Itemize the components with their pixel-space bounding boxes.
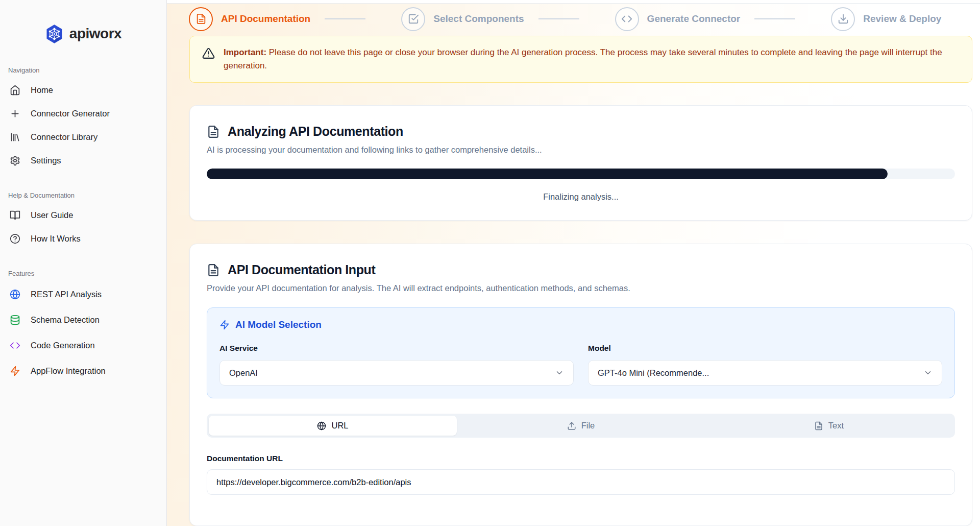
- gear-icon: [9, 155, 20, 166]
- top-strip: [167, 0, 980, 4]
- progress-fill: [207, 169, 888, 179]
- progress-bar: [207, 169, 955, 179]
- step-api-documentation[interactable]: API Documentation: [189, 7, 310, 31]
- sidebar-item-home[interactable]: Home: [0, 78, 166, 102]
- chevron-down-icon: [923, 368, 933, 377]
- progress-status: Finalizing analysis...: [207, 192, 955, 202]
- sidebar-item-connector-generator[interactable]: Connector Generator: [0, 102, 166, 125]
- tab-label: Text: [828, 421, 844, 431]
- zap-icon: [9, 365, 20, 376]
- ai-model-selection-panel: AI Model Selection AI Service OpenAI M: [207, 307, 955, 398]
- book-open-icon: [9, 209, 20, 221]
- help-section: Help & Documentation User Guide How It W…: [0, 192, 166, 250]
- step-connector-line: [538, 18, 579, 19]
- documentation-url-input[interactable]: [207, 469, 955, 495]
- code-icon: [621, 13, 632, 25]
- step-circle: [401, 7, 425, 31]
- model-label: Model: [588, 344, 942, 353]
- tab-file[interactable]: File: [457, 416, 705, 436]
- warning-banner: Important: Please do not leave this page…: [189, 36, 972, 83]
- warning-text: Important: Please do not leave this page…: [224, 46, 960, 73]
- check-square-icon: [408, 13, 419, 25]
- input-card-subtitle: Provide your API documentation for analy…: [207, 283, 955, 293]
- sidebar-item-schema-detection[interactable]: Schema Detection: [0, 307, 166, 332]
- step-connector-line: [754, 18, 795, 19]
- warning-prefix: Important:: [224, 47, 266, 57]
- features-section: Features REST API Analysis Schema Detect…: [0, 270, 166, 384]
- model-panel-title: AI Model Selection: [235, 319, 322, 330]
- step-generate-connector[interactable]: Generate Connector: [615, 7, 741, 31]
- tab-label: URL: [331, 421, 348, 431]
- sidebar-item-label: Code Generation: [31, 341, 95, 350]
- step-label: API Documentation: [221, 13, 310, 25]
- features-section-label: Features: [0, 270, 166, 277]
- sidebar-item-label: REST API Analysis: [31, 290, 102, 299]
- sidebar: apiworx Navigation Home Connector Genera…: [0, 0, 167, 526]
- step-label: Generate Connector: [647, 13, 741, 25]
- library-icon: [9, 131, 20, 142]
- step-label: Review & Deploy: [863, 13, 941, 25]
- globe-icon: [317, 421, 326, 431]
- chevron-down-icon: [555, 368, 564, 377]
- input-card-title: API Documentation Input: [228, 262, 375, 277]
- sidebar-item-settings[interactable]: Settings: [0, 149, 166, 172]
- warning-triangle-icon: [202, 47, 215, 60]
- tab-label: File: [581, 421, 595, 431]
- step-review-deploy[interactable]: Review & Deploy: [831, 7, 941, 31]
- sidebar-item-connector-library[interactable]: Connector Library: [0, 125, 166, 149]
- sidebar-item-label: User Guide: [31, 210, 73, 220]
- zap-icon: [219, 320, 230, 330]
- brand[interactable]: apiworx: [0, 20, 166, 47]
- database-icon: [9, 314, 20, 325]
- sidebar-item-rest-api-analysis[interactable]: REST API Analysis: [0, 281, 166, 307]
- sidebar-item-how-it-works[interactable]: How It Works: [0, 227, 166, 250]
- upload-icon: [567, 421, 576, 431]
- sidebar-item-label: Schema Detection: [31, 315, 100, 325]
- sidebar-item-appflow-integration[interactable]: AppFlow Integration: [0, 358, 166, 384]
- step-circle: [831, 7, 855, 31]
- plus-icon: [9, 108, 20, 119]
- download-icon: [838, 13, 849, 25]
- tab-text[interactable]: Text: [705, 416, 953, 436]
- analysis-title: Analyzing API Documentation: [228, 124, 403, 139]
- file-text-icon: [814, 421, 823, 431]
- step-circle: [615, 7, 639, 31]
- ai-service-value: OpenAI: [229, 368, 258, 378]
- wizard-stepper: API Documentation Select Components Gene…: [167, 4, 980, 34]
- sidebar-item-user-guide[interactable]: User Guide: [0, 203, 166, 227]
- sidebar-item-label: Home: [31, 85, 53, 95]
- step-select-components[interactable]: Select Components: [401, 7, 524, 31]
- step-circle: [189, 7, 213, 31]
- nav-section: Navigation Home Connector Generator Conn…: [0, 66, 166, 172]
- globe-icon: [9, 289, 20, 300]
- help-circle-icon: [9, 233, 20, 244]
- step-connector-line: [325, 18, 365, 19]
- input-mode-tabs: URL File Text: [207, 414, 955, 438]
- sidebar-item-label: AppFlow Integration: [31, 366, 106, 376]
- api-input-card: API Documentation Input Provide your API…: [189, 244, 972, 526]
- file-text-icon: [195, 13, 207, 25]
- ai-service-select[interactable]: OpenAI: [219, 360, 574, 386]
- home-icon: [9, 84, 20, 95]
- ai-service-label: AI Service: [219, 344, 574, 353]
- brand-name: apiworx: [69, 26, 121, 42]
- sidebar-item-label: How It Works: [31, 234, 81, 244]
- warning-body: Please do not leave this page or close y…: [224, 47, 942, 70]
- code-icon: [9, 340, 20, 351]
- step-label: Select Components: [433, 13, 524, 25]
- model-field: Model GPT-4o Mini (Recommende...: [588, 344, 942, 386]
- analysis-subtitle: AI is processing your documentation and …: [207, 145, 955, 155]
- analysis-card: Analyzing API Documentation AI is proces…: [189, 105, 972, 221]
- model-select[interactable]: GPT-4o Mini (Recommende...: [588, 360, 942, 386]
- file-text-icon: [207, 125, 220, 138]
- ai-service-field: AI Service OpenAI: [219, 344, 574, 386]
- sidebar-item-label: Connector Generator: [31, 109, 110, 118]
- file-text-icon: [207, 264, 220, 277]
- model-value: GPT-4o Mini (Recommende...: [598, 368, 709, 378]
- page-content: Important: Please do not leave this page…: [167, 34, 980, 526]
- sidebar-item-code-generation[interactable]: Code Generation: [0, 332, 166, 358]
- tab-url[interactable]: URL: [209, 416, 457, 436]
- nav-section-label: Navigation: [0, 66, 166, 74]
- main-area: API Documentation Select Components Gene…: [167, 0, 980, 526]
- help-section-label: Help & Documentation: [0, 192, 166, 199]
